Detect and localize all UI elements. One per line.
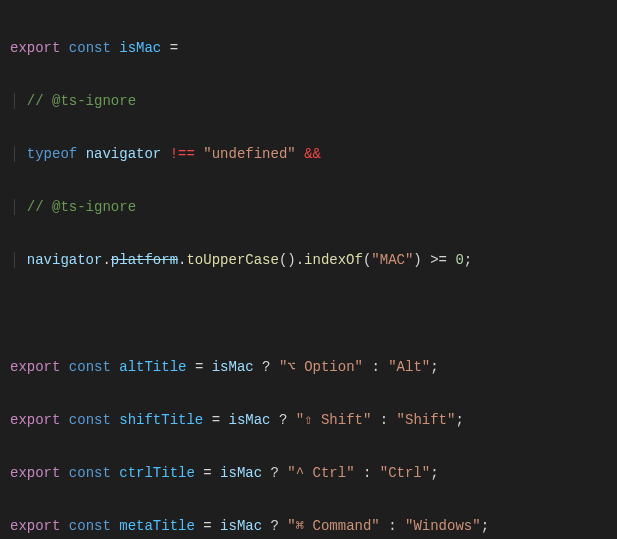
op-eq: = bbox=[203, 465, 211, 481]
op-colon: : bbox=[380, 412, 388, 428]
semi: ; bbox=[481, 518, 489, 534]
kw-const: const bbox=[69, 465, 111, 481]
str-ctrl: "Ctrl" bbox=[380, 465, 430, 481]
str-mac: "MAC" bbox=[371, 252, 413, 268]
code-line: export const shiftTitle = isMac ? "⇧ Shi… bbox=[10, 407, 607, 434]
kw-export: export bbox=[10, 412, 60, 428]
semi: ; bbox=[455, 412, 463, 428]
kw-const: const bbox=[69, 518, 111, 534]
code-line: export const isMac = bbox=[10, 35, 607, 62]
ident-isMac: isMac bbox=[220, 518, 262, 534]
indent-bar: │ bbox=[10, 146, 18, 162]
fn-toUpperCase: toUpperCase bbox=[186, 252, 278, 268]
ident-platform: platform bbox=[111, 252, 178, 268]
var-isMac: isMac bbox=[119, 40, 161, 56]
kw-export: export bbox=[10, 465, 60, 481]
op-eq: = bbox=[170, 40, 178, 56]
kw-const: const bbox=[69, 412, 111, 428]
kw-export: export bbox=[10, 359, 60, 375]
var-altTitle: altTitle bbox=[119, 359, 186, 375]
str-option: "⌥ Option" bbox=[279, 359, 363, 375]
code-line: export const altTitle = isMac ? "⌥ Optio… bbox=[10, 354, 607, 381]
ident-isMac: isMac bbox=[220, 465, 262, 481]
op-colon: : bbox=[371, 359, 379, 375]
op-q: ? bbox=[279, 412, 287, 428]
code-line: │ navigator.platform.toUpperCase().index… bbox=[10, 247, 607, 274]
var-shiftTitle: shiftTitle bbox=[119, 412, 203, 428]
ident-navigator: navigator bbox=[86, 146, 162, 162]
str-command: "⌘ Command" bbox=[287, 518, 379, 534]
str-undefined: "undefined" bbox=[203, 146, 295, 162]
op-colon: : bbox=[388, 518, 396, 534]
semi: ; bbox=[464, 252, 472, 268]
code-block: export const isMac = │ // @ts-ignore │ t… bbox=[0, 0, 617, 539]
op-gte: >= bbox=[430, 252, 447, 268]
kw-const: const bbox=[69, 40, 111, 56]
str-windows: "Windows" bbox=[405, 518, 481, 534]
code-line-blank bbox=[10, 301, 607, 328]
semi: ; bbox=[430, 359, 438, 375]
num-zero: 0 bbox=[455, 252, 463, 268]
comment: // @ts-ignore bbox=[27, 93, 136, 109]
op-q: ? bbox=[262, 359, 270, 375]
ident-isMac: isMac bbox=[212, 359, 254, 375]
comment: // @ts-ignore bbox=[27, 199, 136, 215]
str-alt: "Alt" bbox=[388, 359, 430, 375]
fn-indexOf: indexOf bbox=[304, 252, 363, 268]
kw-export: export bbox=[10, 518, 60, 534]
kw-export: export bbox=[10, 40, 60, 56]
code-line: │ // @ts-ignore bbox=[10, 194, 607, 221]
paren-close: ) bbox=[413, 252, 421, 268]
kw-typeof: typeof bbox=[27, 146, 77, 162]
dot: . bbox=[102, 252, 110, 268]
ident-navigator: navigator bbox=[27, 252, 103, 268]
op-q: ? bbox=[271, 465, 279, 481]
op-neq: !== bbox=[170, 146, 195, 162]
code-line: export const ctrlTitle = isMac ? "^ Ctrl… bbox=[10, 460, 607, 487]
code-line: │ typeof navigator !== "undefined" && bbox=[10, 141, 607, 168]
parens: (). bbox=[279, 252, 304, 268]
ident-isMac: isMac bbox=[228, 412, 270, 428]
str-ctrl-mac: "^ Ctrl" bbox=[287, 465, 354, 481]
semi: ; bbox=[430, 465, 438, 481]
code-line: │ // @ts-ignore bbox=[10, 88, 607, 115]
indent-bar: │ bbox=[10, 93, 18, 109]
indent-bar: │ bbox=[10, 252, 18, 268]
str-shift-mac: "⇧ Shift" bbox=[296, 412, 372, 428]
str-shift: "Shift" bbox=[397, 412, 456, 428]
code-line: export const metaTitle = isMac ? "⌘ Comm… bbox=[10, 513, 607, 539]
kw-const: const bbox=[69, 359, 111, 375]
op-colon: : bbox=[363, 465, 371, 481]
op-eq: = bbox=[212, 412, 220, 428]
op-eq: = bbox=[203, 518, 211, 534]
var-ctrlTitle: ctrlTitle bbox=[119, 465, 195, 481]
op-and: && bbox=[304, 146, 321, 162]
var-metaTitle: metaTitle bbox=[119, 518, 195, 534]
op-eq: = bbox=[195, 359, 203, 375]
op-q: ? bbox=[271, 518, 279, 534]
indent-bar: │ bbox=[10, 199, 18, 215]
